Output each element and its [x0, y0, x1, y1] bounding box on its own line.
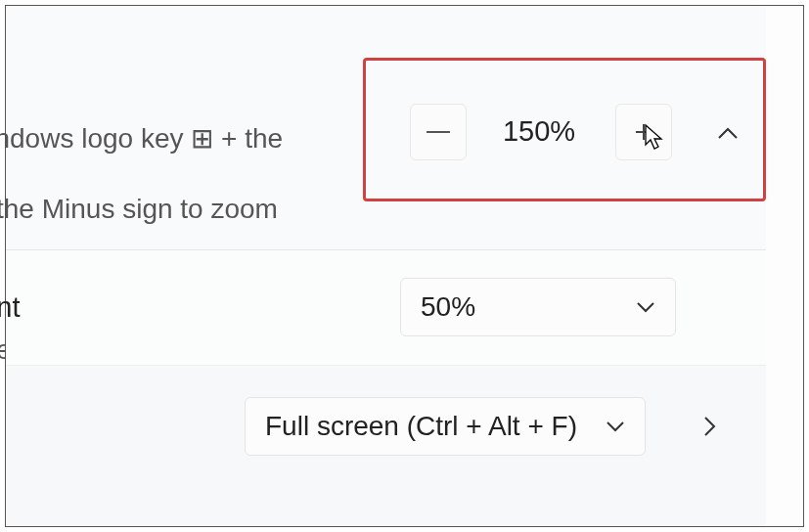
view-dropdown[interactable]: Full screen (Ctrl + Alt + F)	[245, 397, 646, 456]
zoom-desc-line2: the Minus sign to zoom	[0, 194, 278, 224]
plus-icon	[632, 120, 655, 144]
increment-selected-value: 50%	[421, 291, 475, 323]
zoom-desc-line1: indows logo key ⊞ + the	[0, 123, 283, 154]
view-selected-value: Full screen (Ctrl + Alt + F)	[265, 411, 577, 442]
increment-label: ment	[0, 291, 20, 324]
chevron-up-icon	[717, 127, 739, 141]
zoom-increase-button[interactable]	[615, 104, 672, 160]
zoom-level-value: 150%	[480, 115, 598, 148]
increment-dropdown[interactable]: 50%	[400, 278, 676, 336]
zoom-increment-row: ment 50%	[6, 250, 766, 366]
chevron-down-icon	[636, 301, 655, 313]
zoom-decrease-button[interactable]	[410, 104, 467, 160]
chevron-down-icon	[606, 421, 625, 432]
collapse-toggle[interactable]	[708, 119, 747, 149]
zoom-level-row: indows logo key ⊞ + the the Minus sign t…	[6, 6, 766, 250]
chevron-right-icon	[703, 416, 717, 437]
minus-icon	[427, 131, 450, 133]
expand-view-row[interactable]	[691, 411, 730, 442]
